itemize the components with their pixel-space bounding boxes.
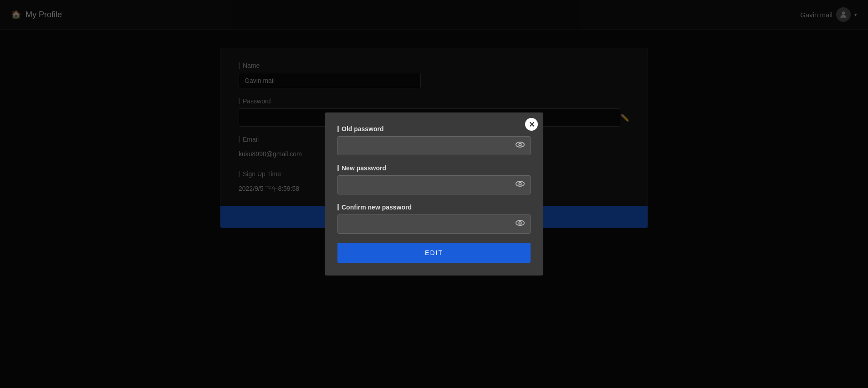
svg-point-6 xyxy=(519,222,521,225)
svg-point-5 xyxy=(516,220,524,225)
modal-overlay: ✕ Old password New password xyxy=(0,0,868,388)
new-password-wrapper xyxy=(337,175,531,194)
confirm-password-input[interactable] xyxy=(337,214,531,234)
old-password-input[interactable] xyxy=(337,136,531,155)
svg-point-4 xyxy=(519,183,521,185)
old-password-toggle-icon[interactable] xyxy=(515,140,525,152)
svg-point-1 xyxy=(516,142,524,147)
modal-edit-button[interactable]: EDIT xyxy=(337,243,531,263)
new-password-label: New password xyxy=(337,164,531,172)
new-password-toggle-icon[interactable] xyxy=(515,179,525,191)
svg-point-2 xyxy=(519,143,521,146)
confirm-password-toggle-icon[interactable] xyxy=(515,218,525,230)
old-password-wrapper xyxy=(337,136,531,155)
confirm-password-wrapper xyxy=(337,214,531,234)
svg-point-3 xyxy=(516,181,524,186)
old-password-label: Old password xyxy=(337,125,531,133)
password-modal: ✕ Old password New password xyxy=(325,112,543,276)
confirm-password-label: Confirm new password xyxy=(337,204,531,211)
modal-close-button[interactable]: ✕ xyxy=(525,118,538,131)
new-password-input[interactable] xyxy=(337,175,531,194)
